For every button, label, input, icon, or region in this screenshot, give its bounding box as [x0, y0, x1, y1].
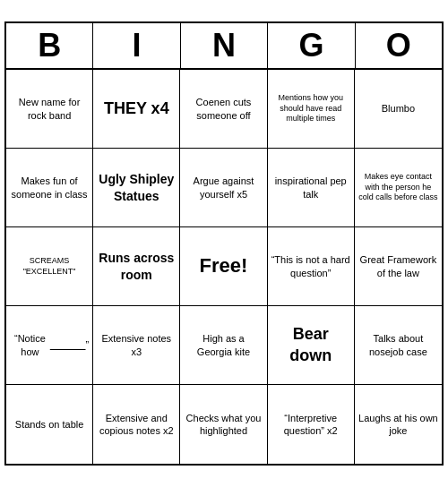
header-letter: I	[93, 23, 180, 68]
bingo-cell: Coenen cuts someone off	[180, 70, 267, 149]
bingo-cell: Extensive notes x3	[93, 306, 180, 385]
header-letter: N	[181, 23, 268, 68]
bingo-cell: Ugly Shipley Statues	[93, 149, 180, 227]
bingo-cell: “Notice how ”	[6, 306, 93, 385]
bingo-cell: Stands on table	[6, 385, 93, 464]
bingo-cell: Blumbo	[355, 70, 442, 149]
bingo-cell: “Interpretive question” x2	[268, 385, 355, 464]
bingo-cell: Mentions how you should have read multip…	[268, 70, 355, 149]
bingo-cell: Argue against yourself x5	[180, 149, 267, 227]
header-letter: O	[356, 23, 442, 68]
header-letter: B	[6, 23, 93, 68]
bingo-cell: inspirational pep talk	[268, 149, 355, 227]
bingo-cell: THEY x4	[93, 70, 180, 149]
bingo-cell: Great Framework of the law	[355, 227, 442, 306]
bingo-cell: Free!	[180, 227, 267, 306]
header-letter: G	[268, 23, 355, 68]
bingo-cell: Checks what you highlighted	[180, 385, 267, 464]
bingo-cell: High as a Georgia kite	[180, 306, 267, 385]
bingo-cell: “This is not a hard question”	[268, 227, 355, 306]
bingo-cell: Talks about nosejob case	[355, 306, 442, 385]
bingo-cell: New name for rock band	[6, 70, 93, 149]
bingo-header: BINGO	[6, 23, 442, 70]
bingo-cell: Laughs at his own joke	[355, 385, 442, 464]
bingo-grid: New name for rock bandTHEY x4Coenen cuts…	[6, 70, 442, 464]
bingo-cell: Bear down	[268, 306, 355, 385]
bingo-cell: SCREAMS "EXCELLENT"	[6, 227, 93, 306]
bingo-cell: Makes eye contact with the person he col…	[355, 149, 442, 227]
bingo-cell: Extensive and copious notes x2	[93, 385, 180, 464]
bingo-cell: Runs across room	[93, 227, 180, 306]
bingo-cell: Makes fun of someone in class	[6, 149, 93, 227]
bingo-card: BINGO New name for rock bandTHEY x4Coene…	[4, 21, 444, 466]
